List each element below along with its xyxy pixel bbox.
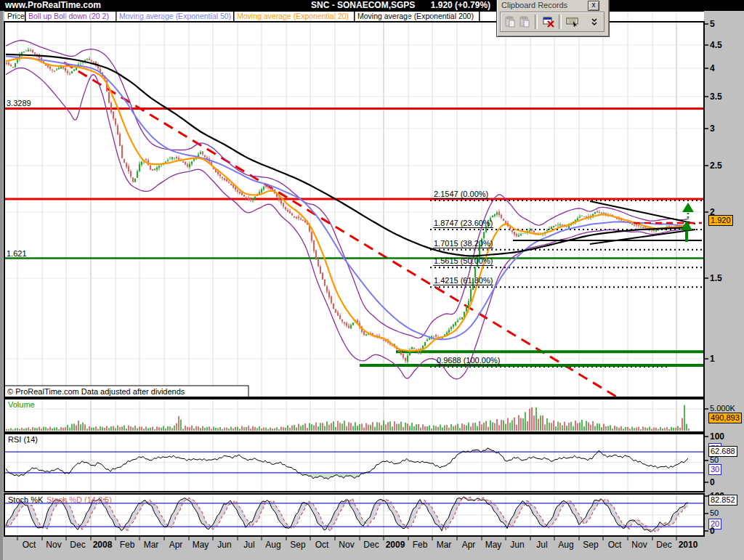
price-level-label: 1.621 <box>7 249 27 258</box>
month-label: Jun <box>217 540 231 550</box>
axis-tick-label: 5.000K <box>710 404 735 413</box>
year-label: 2010 <box>679 540 698 550</box>
month-label: Aug <box>265 540 280 550</box>
clipboard-window-title[interactable]: Clipboard Records <box>501 1 567 9</box>
month-label: Oct <box>608 540 622 550</box>
time-axis-band[interactable]: OctNovDec2008FebMarAprMayJunJulAugSepOct… <box>0 537 744 560</box>
month-label: Jul <box>536 540 547 550</box>
more-tools-chevron-icon[interactable] <box>589 15 601 29</box>
price-axis-band[interactable]: 54.543.532.521.9201.515.000K490,89310070… <box>705 11 744 537</box>
axis-tick-label: 1.5 <box>710 273 722 283</box>
fib-level-label: 1.5615 (50.00%) <box>433 256 493 266</box>
price-level-label: 3.3289 <box>7 99 31 107</box>
axis-tick-label: 0 <box>710 477 715 487</box>
fib-level-label: 2.1547 (0.00%) <box>433 190 489 199</box>
fib-level-label: 1.4215 (61.80%) <box>433 276 493 285</box>
month-label: Dec <box>656 540 671 550</box>
axis-tick-label: 0 <box>710 526 715 536</box>
axis-tick-label: 50 <box>710 455 719 464</box>
axis-value-badge: 30 <box>708 464 721 475</box>
axis-value-badge: 490,893 <box>708 413 742 423</box>
month-label: Oct <box>315 540 329 550</box>
month-label: Apr <box>462 540 476 550</box>
close-icon[interactable]: x <box>588 1 599 11</box>
paste-all-records-icon[interactable] <box>518 15 530 29</box>
month-label: Mar <box>437 540 452 550</box>
fib-level-label: 1.8747 (23.60%) <box>433 219 493 228</box>
screen-keyboard-icon[interactable] <box>566 15 579 29</box>
paste-record-icon[interactable] <box>504 15 516 29</box>
axis-tick-label: 1 <box>710 354 715 364</box>
clipboard-records-window[interactable]: Clipboard Records x <box>496 0 610 37</box>
fib-level-label: 0.9688 (100.00%) <box>436 356 501 365</box>
copyright-note: © ProRealTime.com Data adjusted after di… <box>7 387 185 396</box>
month-label: Mar <box>144 540 159 550</box>
stoch-d-label[interactable]: Stoch %D (14 3 5) <box>46 495 112 504</box>
month-label: Jul <box>243 540 254 550</box>
volume-pane-label[interactable]: Volume <box>8 400 35 409</box>
axis-tick-label: 100 <box>710 431 724 442</box>
month-label: Sep <box>583 540 598 550</box>
clipboard-toolbar <box>500 12 604 32</box>
month-label: Feb <box>120 540 135 550</box>
axis-value-badge: 82.852 <box>708 495 737 506</box>
month-label: May <box>193 540 209 550</box>
month-label: Oct <box>23 540 36 550</box>
year-label: 2009 <box>386 540 405 550</box>
month-label: May <box>485 540 502 550</box>
month-label: Nov <box>339 540 354 550</box>
axis-tick-label: 2.5 <box>710 161 722 171</box>
axis-tick-label: 3.5 <box>710 92 722 102</box>
fib-level-label: 1.7015 (38.20%) <box>433 239 493 248</box>
axis-value-badge: 1.920 <box>708 215 733 226</box>
axis-tick-label: 4.5 <box>710 40 722 50</box>
rsi-pane-label[interactable]: RSI (14) <box>8 435 38 444</box>
toolbar-separator <box>559 15 562 29</box>
month-label: Nov <box>46 540 61 550</box>
stoch-k-label[interactable]: Stoch %K <box>8 495 43 504</box>
month-label: Dec <box>70 540 85 550</box>
month-label: Feb <box>413 540 428 550</box>
year-label: 2008 <box>93 540 113 550</box>
month-label: Aug <box>558 540 573 550</box>
toolbar-separator <box>535 15 538 29</box>
chart-canvas[interactable] <box>0 0 744 560</box>
axis-tick-label: 5 <box>710 19 715 29</box>
month-label: Dec <box>363 540 379 550</box>
axis-tick-label: 50 <box>710 508 719 517</box>
delete-records-icon[interactable] <box>542 15 554 29</box>
month-label: Jun <box>510 540 524 550</box>
month-label: Nov <box>631 540 647 550</box>
axis-tick-label: 4 <box>710 63 715 73</box>
month-label: Apr <box>169 540 183 550</box>
month-label: Sep <box>290 540 305 550</box>
axis-tick-label: 3 <box>710 123 715 134</box>
